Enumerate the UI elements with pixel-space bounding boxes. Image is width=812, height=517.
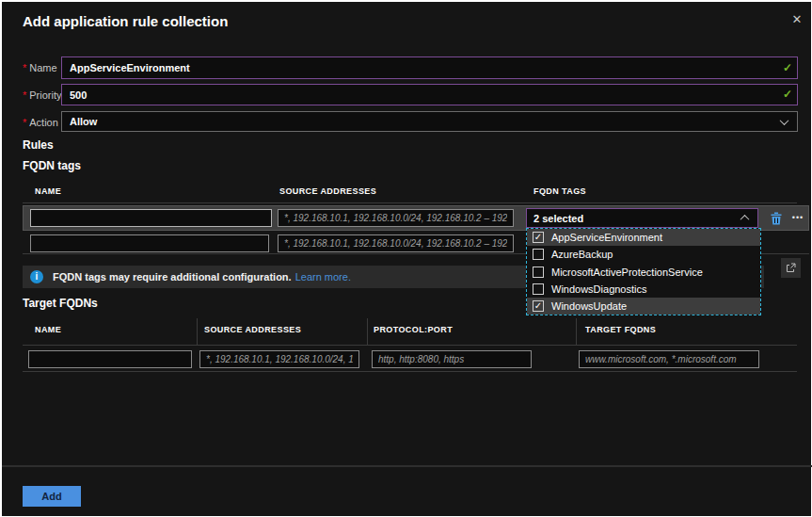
target-col-divider [197,318,198,345]
action-selected-value: Allow [70,116,97,127]
unchecked-checkbox-icon[interactable] [533,283,544,295]
target-col-name: NAME [35,325,61,334]
checked-checkbox-icon[interactable]: ✓ [533,300,544,312]
fqdn-row2-name-input[interactable] [30,234,269,252]
target-row-target-input[interactable] [579,350,759,368]
priority-label-text: Priority [29,89,61,101]
priority-valid-check-icon: ✓ [783,88,792,101]
fqdn-row1-name-input[interactable] [30,209,272,227]
chevron-down-icon [780,116,789,125]
fqdn-tag-option-label: AzureBackup [551,249,613,260]
more-options-button[interactable]: ••• [788,209,808,226]
info-icon: i [30,270,43,283]
open-external-button[interactable] [781,258,801,278]
target-row-source-input[interactable] [199,350,359,368]
fqdn-tags-dropdown-list: ✓AppServiceEnvironmentAzureBackupMicroso… [526,228,761,315]
fqdn-row2-source-input[interactable] [278,234,514,252]
fqdn-row1-source-input[interactable] [278,209,514,227]
unchecked-checkbox-icon[interactable] [533,249,544,260]
close-icon[interactable]: ✕ [788,11,805,28]
delete-row-button[interactable] [769,210,784,226]
target-header-divider [23,345,797,346]
name-label: *Name [23,62,57,73]
fqdn-tags-heading: FQDN tags [23,159,81,172]
fqdn-tags-dropdown-value: 2 selected [533,213,583,224]
fqdn-tag-option[interactable]: MicrosoftActiveProtectionService [527,263,760,280]
add-application-rule-collection-dialog: Add application rule collection ✕ *Name … [2,2,811,516]
fqdn-tag-option-label: WindowsUpdate [551,300,627,312]
required-marker: * [23,117,26,128]
add-button[interactable]: Add [23,486,81,507]
fqdn-tag-option-label: WindowsDiagnostics [551,283,646,295]
unchecked-checkbox-icon[interactable] [533,267,544,278]
learn-more-link[interactable]: Learn more. [295,271,351,283]
target-col-divider [576,318,577,345]
priority-input[interactable] [61,84,798,105]
priority-label: *Priority [23,89,62,101]
info-banner-text: FQDN tags may require additional configu… [53,271,292,283]
ellipsis-icon: ••• [792,213,804,222]
fqdn-tag-option-label: AppServiceEnvironment [551,232,662,243]
target-row-protocol-input[interactable] [372,350,532,368]
action-select[interactable]: Allow [61,111,798,132]
target-table-bottom-divider [23,371,797,372]
required-marker: * [23,89,26,101]
fqdn-tag-option[interactable]: WindowsDiagnostics [527,281,760,298]
name-input[interactable] [61,57,798,79]
action-label-text: Action [29,117,58,128]
external-link-icon [786,263,796,273]
name-label-text: Name [29,62,56,73]
required-marker: * [23,62,26,73]
fqdn-col-name: NAME [35,186,61,196]
target-row-name-input[interactable] [28,350,192,368]
rules-heading: Rules [23,138,54,152]
target-col-divider [367,318,368,345]
fqdn-tag-option[interactable]: ✓WindowsUpdate [527,298,760,315]
fqdn-col-source: SOURCE ADDRESSES [279,186,376,196]
trash-icon [771,212,782,225]
fqdn-tag-option-label: MicrosoftActiveProtectionService [551,267,703,278]
chevron-up-icon [740,215,750,224]
fqdn-tag-option[interactable]: ✓AppServiceEnvironment [527,229,760,246]
target-col-protocol: PROTOCOL:PORT [374,325,453,334]
action-label: *Action [23,117,58,128]
target-fqdns-heading: Target FQDNs [23,297,98,310]
target-col-source: SOURCE ADDRESSES [204,325,301,334]
fqdn-header-divider [23,202,797,203]
fqdn-col-tags: FQDN TAGS [533,186,586,196]
checked-checkbox-icon[interactable]: ✓ [533,232,544,243]
name-valid-check-icon: ✓ [783,61,792,74]
page-title: Add application rule collection [23,13,228,29]
target-col-target: TARGET FQDNS [585,325,656,334]
fqdn-tag-option[interactable]: AzureBackup [527,246,760,263]
footer-divider [2,465,812,467]
fqdn-tags-dropdown[interactable]: 2 selected [526,208,758,228]
